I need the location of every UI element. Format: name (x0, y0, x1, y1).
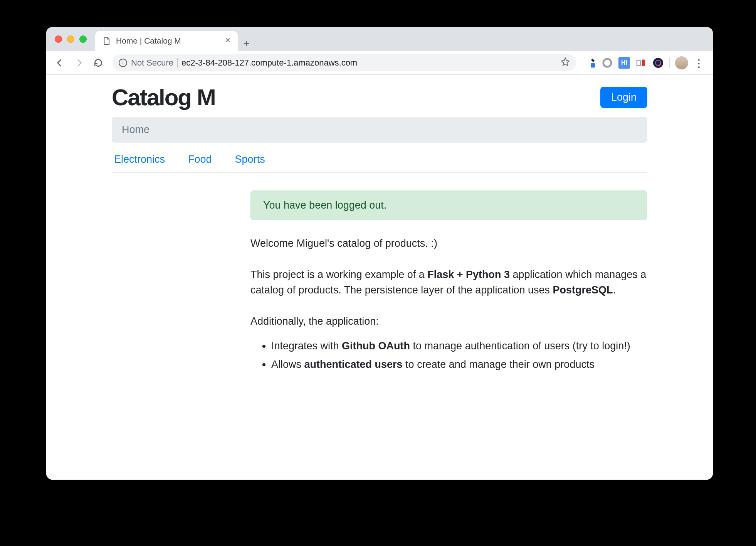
new-tab-button[interactable]: + (238, 37, 255, 51)
feature-bold: authenticated users (304, 359, 403, 370)
forward-button[interactable] (71, 55, 87, 71)
security-label: Not Secure (131, 58, 173, 68)
category-link-electronics[interactable]: Electronics (114, 153, 165, 165)
svg-rect-0 (591, 63, 595, 67)
login-button[interactable]: Login (600, 87, 647, 108)
svg-point-1 (603, 59, 612, 67)
svg-point-4 (653, 58, 663, 68)
description-text: This project is a working example of a F… (250, 267, 647, 298)
welcome-text: Welcome Miguel's catalog of products. :) (250, 236, 647, 251)
feature-part: Integrates with (271, 340, 342, 352)
category-link-food[interactable]: Food (188, 153, 212, 165)
desc-part: . (613, 284, 616, 296)
feature-item: Integrates with Github OAuth to manage a… (271, 338, 647, 354)
bookmark-star-icon[interactable] (561, 57, 570, 69)
extension-hi-icon[interactable]: Hi (618, 57, 630, 69)
browser-tab[interactable]: Home | Catalog M (95, 31, 238, 51)
browser-menu-button[interactable]: ⋯ (694, 57, 705, 69)
category-nav: Electronics Food Sports (112, 143, 647, 173)
breadcrumb-current: Home (122, 124, 150, 135)
tab-close-button[interactable] (225, 37, 231, 45)
window-minimize-button[interactable] (67, 35, 74, 43)
site-info-icon[interactable]: i (119, 59, 127, 67)
flash-message: You have been logged out. (250, 190, 647, 220)
window-close-button[interactable] (55, 35, 62, 43)
page-container: Catalog M Login Home Electronics Food Sp… (112, 75, 647, 373)
desc-tech-postgres: PostgreSQL (553, 284, 613, 296)
profile-avatar[interactable] (675, 56, 688, 69)
flash-message-text: You have been logged out. (263, 199, 386, 211)
reload-button[interactable] (90, 55, 106, 71)
tab-title: Home | Catalog M (116, 36, 181, 46)
tab-strip: Home | Catalog M + (46, 27, 713, 51)
feature-list: Integrates with Github OAuth to manage a… (250, 338, 647, 373)
back-button[interactable] (52, 55, 68, 71)
breadcrumb: Home (112, 117, 647, 143)
feature-part: to manage authentication of users (try t… (410, 340, 630, 352)
omnibox-divider (177, 58, 178, 67)
feature-part: Allows (271, 359, 304, 370)
extension-area: Hi ⋯ (582, 56, 707, 69)
extension-recorder-icon[interactable] (601, 57, 613, 69)
main-content: You have been logged out. Welcome Miguel… (250, 173, 647, 373)
browser-window: Home | Catalog M + i Not Secure ec2-3-84… (46, 27, 713, 480)
feature-item: Allows authenticated users to create and… (271, 357, 647, 373)
extension-lastpass-icon[interactable] (635, 57, 647, 69)
desc-part: This project is a working example of a (250, 269, 427, 280)
extension-colorpicker-icon[interactable] (585, 57, 596, 69)
url-text: ec2-3-84-208-127.compute-1.amazonaws.com (181, 58, 357, 68)
page-viewport: Catalog M Login Home Electronics Food Sp… (46, 75, 713, 480)
svg-rect-3 (642, 59, 645, 66)
feature-part: to create and manage their own products (403, 359, 595, 370)
brand-title: Catalog M (112, 84, 215, 111)
additional-label: Additionally, the application: (250, 313, 647, 329)
svg-rect-2 (637, 60, 640, 65)
browser-toolbar: i Not Secure ec2-3-84-208-127.compute-1.… (46, 51, 713, 75)
desc-tech-flask: Flask + Python 3 (427, 269, 510, 280)
extension-lens-icon[interactable] (652, 57, 664, 69)
window-controls (55, 35, 95, 43)
feature-bold: Github OAuth (342, 340, 410, 352)
category-link-sports[interactable]: Sports (235, 153, 265, 165)
window-zoom-button[interactable] (79, 35, 87, 43)
toolbar-separator (669, 57, 670, 68)
page-icon (102, 37, 111, 45)
header-row: Catalog M Login (112, 79, 647, 117)
address-bar[interactable]: i Not Secure ec2-3-84-208-127.compute-1.… (113, 54, 576, 71)
